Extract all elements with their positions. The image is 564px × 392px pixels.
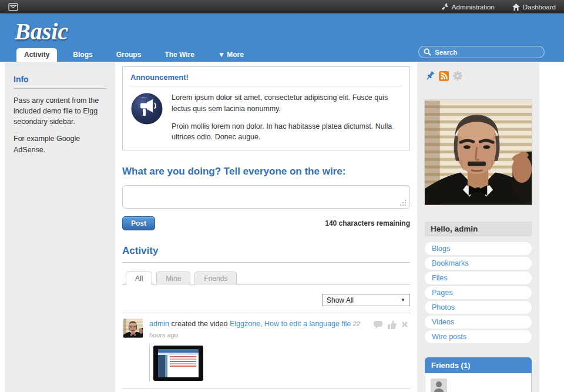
comment-icon[interactable]: [373, 320, 383, 329]
sidebar-item-photos[interactable]: Photos: [425, 301, 532, 314]
friends-box: Friends (1): [425, 357, 532, 392]
pin-icon[interactable]: [425, 71, 435, 81]
sidebar-item-files[interactable]: Files: [425, 272, 532, 284]
wrench-icon: [441, 3, 449, 11]
home-icon: [512, 4, 520, 11]
dashboard-link[interactable]: Dashboard: [512, 4, 556, 11]
sidebar-item-pages[interactable]: Pages: [425, 286, 532, 299]
info-paragraph: For example Google AdSense.: [14, 133, 106, 155]
dashboard-label: Dashboard: [523, 4, 556, 11]
chevron-down-icon: ▼: [401, 297, 405, 303]
activity-filter-tabs: All Mine Friends: [122, 271, 410, 285]
nav-tab-groups[interactable]: Groups: [109, 48, 149, 62]
sidebar-item-wire-posts[interactable]: Wire posts: [425, 330, 532, 343]
post-button[interactable]: Post: [122, 216, 155, 230]
info-title: Info: [14, 75, 106, 89]
site-header: Basic Activity Blogs Groups The Wire ▼ M…: [0, 14, 564, 62]
divider: [122, 262, 410, 263]
sidebar-item-bookmarks[interactable]: Bookmarks: [425, 257, 532, 270]
search-icon: [424, 48, 431, 56]
feed-action: created the video: [172, 320, 228, 328]
tab-friends[interactable]: Friends: [194, 272, 237, 285]
owner-menu: Blogs Bookmarks Files Pages Photos Video…: [425, 242, 532, 343]
wire-heading: What are you doing? Tell everyone on the…: [122, 166, 410, 177]
site-logo[interactable]: Basic: [15, 18, 68, 45]
chars-remaining: 140 characters remaining: [325, 219, 410, 227]
friends-title: Friends (1): [425, 357, 532, 373]
tab-all[interactable]: All: [126, 272, 152, 285]
info-paragraph: Pass any content from the included demo …: [14, 95, 106, 127]
gear-icon[interactable]: [452, 71, 463, 81]
divider: [130, 86, 402, 86]
feed-item-video: admin created the video Elggzone, How to…: [122, 313, 410, 388]
rss-icon[interactable]: [439, 71, 449, 81]
nav-tab-activity[interactable]: Activity: [16, 48, 57, 62]
show-all-select[interactable]: Show All ▼: [322, 294, 410, 306]
topbar: Administration Dashboard: [0, 0, 564, 14]
user-link[interactable]: admin: [149, 320, 169, 328]
search-input[interactable]: [435, 49, 529, 56]
feed-item-friend: admin is now a friend with Tester 2 days…: [122, 388, 410, 392]
nav-tab-blogs[interactable]: Blogs: [65, 48, 100, 62]
activity-heading: Activity: [122, 245, 410, 257]
object-link[interactable]: Elggzone, How to edit a language file: [230, 320, 351, 328]
tab-mine[interactable]: Mine: [156, 272, 190, 285]
avatar[interactable]: [123, 319, 143, 338]
administration-label: Administration: [452, 4, 495, 11]
main-nav: Activity Blogs Groups The Wire ▼ More: [16, 48, 251, 62]
page-body: Info Pass any content from the included …: [0, 62, 564, 392]
sidebar-item-blogs[interactable]: Blogs: [425, 242, 532, 255]
announcement-paragraph: Proin mollis lorem non dolor. In hac hab…: [172, 121, 402, 143]
announcement-box: Announcement!: [122, 66, 410, 150]
like-icon[interactable]: [387, 320, 397, 329]
video-attachment: [149, 344, 409, 382]
nav-tab-more[interactable]: ▼ More: [210, 48, 251, 62]
nav-tab-the-wire[interactable]: The Wire: [157, 48, 202, 62]
messages-icon[interactable]: [8, 3, 18, 11]
announcement-title: Announcement!: [130, 73, 402, 82]
video-thumbnail[interactable]: [153, 346, 203, 381]
main-column: Announcement!: [115, 62, 417, 392]
wire-input[interactable]: [122, 185, 410, 209]
search-box[interactable]: [418, 46, 545, 58]
friend-avatar[interactable]: [431, 378, 447, 392]
administration-link[interactable]: Administration: [441, 3, 495, 11]
feed-text: admin created the video Elggzone, How to…: [149, 319, 367, 341]
profile-photo[interactable]: [425, 100, 532, 206]
right-sidebar: Hello, admin Blogs Bookmarks Files Pages…: [417, 62, 539, 392]
delete-icon[interactable]: [401, 320, 409, 329]
left-sidebar: Info Pass any content from the included …: [5, 62, 115, 392]
sidebar-item-videos[interactable]: Videos: [425, 316, 532, 329]
megaphone-icon: [130, 92, 163, 143]
greeting-bar: Hello, admin: [425, 222, 532, 236]
announcement-paragraph: Lorem ipsum dolor sit amet, consectetur …: [172, 92, 402, 115]
select-value: Show All: [327, 296, 354, 304]
resize-grip-icon[interactable]: [405, 205, 406, 206]
